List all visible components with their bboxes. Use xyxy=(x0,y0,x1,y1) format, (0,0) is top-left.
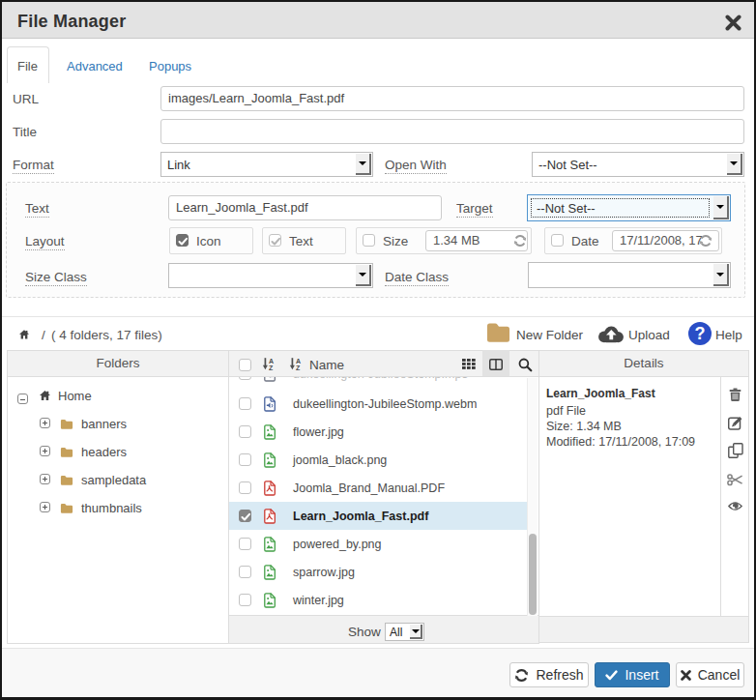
svg-text:A: A xyxy=(269,358,274,365)
svg-text:A: A xyxy=(296,358,301,365)
svg-text:Z: Z xyxy=(296,365,301,371)
svg-text:Z: Z xyxy=(269,365,274,371)
